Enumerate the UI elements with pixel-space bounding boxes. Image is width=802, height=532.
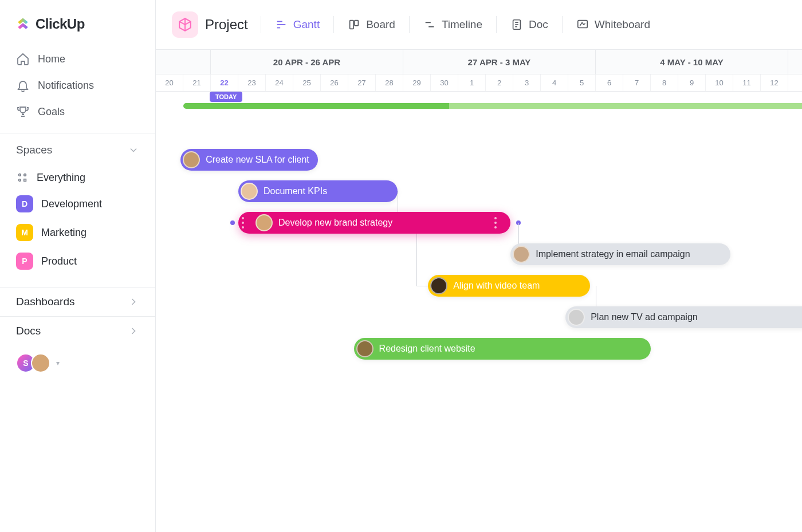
- doc-icon: [510, 18, 523, 31]
- gantt-task[interactable]: Redesign client website: [354, 338, 651, 360]
- nav-label: Notifications: [38, 80, 94, 92]
- chevron-right-icon: [128, 325, 139, 337]
- spaces-header[interactable]: Spaces: [0, 144, 155, 162]
- svg-rect-8: [355, 21, 358, 26]
- sidebar: ClickUp Home Notifications Goals Spaces: [0, 0, 156, 532]
- task-label: Implement strategy in email campaign: [536, 249, 690, 259]
- space-badge: P: [16, 253, 33, 270]
- day-cell: 2: [486, 74, 513, 91]
- caret-down-icon: ▾: [56, 359, 60, 367]
- drag-grip-icon[interactable]: [242, 216, 247, 230]
- whiteboard-icon: [576, 18, 589, 31]
- project-title: Project: [205, 17, 248, 33]
- day-cell: 24: [266, 74, 293, 91]
- svg-point-2: [19, 179, 21, 182]
- svg-point-0: [19, 174, 21, 176]
- nav-notifications[interactable]: Notifications: [0, 72, 155, 98]
- bell-icon: [16, 78, 30, 92]
- cube-icon: [178, 17, 192, 32]
- space-badge: D: [16, 195, 33, 212]
- chevron-right-icon: [128, 296, 139, 308]
- task-label: Plan new TV ad campaign: [591, 312, 697, 322]
- gantt-task[interactable]: Align with video team: [428, 275, 590, 297]
- docs-section[interactable]: Docs: [0, 316, 155, 345]
- day-cell: 20: [156, 74, 183, 91]
- timeline-icon: [423, 18, 436, 31]
- avatar: [568, 309, 585, 326]
- day-cell: 6: [596, 74, 623, 91]
- space-badge: M: [16, 224, 33, 241]
- task-label: Develop new brand strategy: [278, 218, 392, 228]
- day-cell: 23: [238, 74, 266, 91]
- tab-board[interactable]: Board: [347, 16, 396, 33]
- space-development[interactable]: D Development: [0, 190, 155, 218]
- space-marketing[interactable]: M Marketing: [0, 218, 155, 247]
- gantt-task[interactable]: Create new SLA for client: [180, 149, 318, 171]
- brand-logo[interactable]: ClickUp: [0, 0, 155, 44]
- avatar: [31, 353, 50, 373]
- tab-timeline[interactable]: Timeline: [422, 16, 483, 33]
- svg-rect-3: [24, 179, 26, 182]
- svg-rect-7: [350, 21, 353, 29]
- trophy-icon: [16, 105, 30, 119]
- space-product[interactable]: P Product: [0, 247, 155, 275]
- avatar: [183, 151, 200, 168]
- day-cell: 3: [513, 74, 541, 91]
- gantt-task[interactable]: Document KPIs: [238, 180, 398, 202]
- nav-goals[interactable]: Goals: [0, 98, 155, 125]
- day-cell: 28: [376, 74, 403, 91]
- dashboards-section[interactable]: Dashboards: [0, 287, 155, 316]
- day-cell: 10: [706, 74, 733, 91]
- day-cell: 27: [348, 74, 376, 91]
- grid-icon: [16, 171, 29, 184]
- day-cell: 25: [293, 74, 321, 91]
- project-icon: [172, 11, 198, 38]
- board-icon: [348, 18, 360, 31]
- toolbar: Project Gantt Board Timeline Doc: [156, 0, 802, 49]
- progress-bar: [183, 103, 802, 109]
- avatar: [356, 340, 374, 357]
- day-cell: 12: [761, 74, 788, 91]
- chevron-down-icon: [128, 144, 139, 156]
- day-cell: 7: [623, 74, 651, 91]
- today-marker: TODAY: [210, 92, 242, 102]
- svg-point-1: [24, 174, 26, 176]
- space-label: Development: [41, 198, 102, 210]
- task-label: Document KPIs: [264, 186, 327, 196]
- gantt-task[interactable]: Implement strategy in email campaign: [510, 243, 730, 265]
- day-cell: 21: [183, 74, 211, 91]
- week-cell: 27 APR - 3 MAY: [403, 50, 596, 74]
- day-cell: 5: [568, 74, 596, 91]
- day-cell: 11: [733, 74, 761, 91]
- task-label: Redesign client website: [379, 344, 475, 354]
- day-cell: 1: [458, 74, 486, 91]
- space-label: Everything: [37, 172, 85, 184]
- project-chip[interactable]: Project: [172, 11, 248, 38]
- space-everything[interactable]: Everything: [0, 165, 155, 190]
- day-header: 2021222324252627282930123456789101112: [156, 74, 802, 92]
- gantt-task[interactable]: Develop new brand strategy: [238, 212, 510, 234]
- nav-home[interactable]: Home: [0, 46, 155, 72]
- clickup-logo-icon: [15, 16, 31, 32]
- avatar: [513, 246, 530, 263]
- gantt-icon: [275, 18, 288, 31]
- gantt-view: 20 APR - 26 APR27 APR - 3 MAY4 MAY - 10 …: [156, 49, 802, 532]
- day-cell: 22: [211, 74, 238, 91]
- user-avatars[interactable]: S ▾: [0, 345, 155, 381]
- tab-whiteboard[interactable]: Whiteboard: [575, 16, 651, 33]
- space-label: Product: [41, 255, 77, 267]
- task-label: Align with video team: [453, 281, 540, 291]
- tab-doc[interactable]: Doc: [509, 16, 549, 33]
- tab-gantt[interactable]: Gantt: [274, 16, 321, 33]
- space-label: Marketing: [41, 227, 87, 239]
- brand-name: ClickUp: [36, 16, 85, 32]
- task-label: Create new SLA for client: [206, 155, 309, 165]
- day-cell: 8: [651, 74, 678, 91]
- drag-grip-icon[interactable]: [494, 216, 500, 230]
- week-cell: 4 MAY - 10 MAY: [596, 50, 788, 74]
- gantt-task[interactable]: Plan new TV ad campaign: [565, 306, 802, 328]
- week-cell: 20 APR - 26 APR: [211, 50, 403, 74]
- home-icon: [16, 52, 30, 66]
- nav-label: Home: [38, 53, 65, 65]
- avatar: [241, 183, 258, 200]
